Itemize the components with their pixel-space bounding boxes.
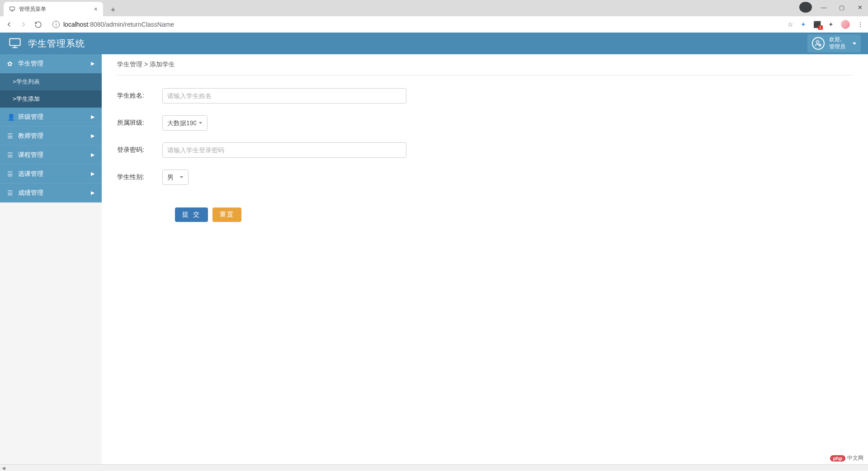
menu-dots-icon[interactable]: ⋮	[857, 21, 863, 28]
form-buttons: 提 交 重置	[175, 207, 853, 222]
window-controls: — ▢ ✕	[799, 2, 866, 13]
chevron-right-icon: ▶	[91, 152, 94, 158]
watermark-text: 中文网	[847, 454, 863, 462]
chevron-right-icon: ▶	[91, 133, 94, 139]
sub-item-label: >学生列表	[13, 78, 40, 86]
sidebar-sub-student-list[interactable]: >学生列表	[0, 73, 102, 90]
list-icon: ☰	[7, 170, 14, 178]
watermark-pill: php	[830, 455, 845, 462]
scroll-left-button[interactable]: ◀	[0, 465, 7, 471]
sidebar-item-elective[interactable]: ☰ 选课管理 ▶	[0, 165, 102, 184]
breadcrumb-current: 添加学生	[150, 61, 175, 68]
url-text: localhost:8080/admin/returnClassName	[63, 21, 174, 28]
monitor-icon	[7, 37, 23, 50]
form-row-name: 学生姓名:	[117, 88, 853, 104]
reset-button[interactable]: 重置	[212, 207, 241, 222]
sub-item-label: >学生添加	[13, 95, 40, 103]
sidebar-item-label: 教师管理	[18, 132, 43, 140]
svg-point-6	[816, 41, 819, 43]
sidebar-sub-student-add[interactable]: >学生添加	[0, 90, 102, 108]
user-panel[interactable]: 欢迎,管理员	[807, 34, 861, 52]
chevron-right-icon: ▶	[91, 114, 94, 120]
leaf-icon: ✿	[7, 60, 14, 67]
password-label: 登录密码:	[117, 146, 162, 154]
form-row-class: 所属班级: 大数据1902	[117, 115, 853, 131]
name-label: 学生姓名:	[117, 92, 162, 100]
extension-with-badge-icon[interactable]: ⬛1	[813, 21, 821, 28]
minimize-button[interactable]: —	[817, 2, 830, 13]
sidebar-item-course[interactable]: ☰ 课程管理 ▶	[0, 146, 102, 165]
browser-tab[interactable]: 管理员菜单 ×	[4, 2, 103, 16]
chevron-right-icon: ▶	[91, 171, 94, 177]
profile-avatar-icon[interactable]	[841, 20, 850, 29]
main-content: 学生管理 > 添加学生 学生姓名: 所属班级: 大数据1902 登录密码: 学生…	[102, 54, 868, 471]
form-row-password: 登录密码:	[117, 142, 853, 158]
horizontal-scrollbar[interactable]: ◀	[0, 464, 868, 471]
class-label: 所属班级:	[117, 119, 162, 127]
forward-button[interactable]	[19, 20, 28, 29]
body-layout: ✿ 学生管理 ▶ >学生列表 >学生添加 👤 班级管理 ▶ ☰ 教师管理 ▶ ☰…	[0, 54, 868, 471]
list-icon: ☰	[7, 132, 14, 140]
list-icon: ☰	[7, 189, 14, 197]
new-tab-button[interactable]: +	[107, 4, 119, 16]
star-icon[interactable]: ☆	[788, 21, 793, 28]
svg-rect-3	[9, 39, 20, 46]
sidebar: ✿ 学生管理 ▶ >学生列表 >学生添加 👤 班级管理 ▶ ☰ 教师管理 ▶ ☰…	[0, 54, 102, 471]
app-title: 学生管理系统	[28, 38, 85, 50]
name-input[interactable]	[162, 88, 406, 104]
extensions-icon[interactable]: ✦	[828, 21, 834, 28]
tab-title: 管理员菜单	[19, 5, 46, 13]
breadcrumb-sep: >	[142, 61, 150, 68]
site-info-icon[interactable]: i	[52, 21, 60, 28]
sidebar-item-label: 班级管理	[18, 113, 43, 121]
sidebar-item-student[interactable]: ✿ 学生管理 ▶	[0, 54, 102, 73]
sidebar-item-label: 选课管理	[18, 170, 43, 178]
class-select[interactable]: 大数据1902	[162, 115, 208, 131]
tab-close-button[interactable]: ×	[94, 5, 98, 13]
submit-button[interactable]: 提 交	[175, 207, 208, 222]
sidebar-item-label: 成绩管理	[18, 189, 43, 197]
gender-select[interactable]: 男	[162, 170, 189, 185]
caret-down-icon	[853, 42, 856, 45]
close-window-button[interactable]: ✕	[854, 2, 866, 13]
monitor-icon	[9, 6, 15, 12]
tab-bar: 管理员菜单 × +	[0, 0, 868, 16]
app-logo: 学生管理系统	[7, 37, 85, 50]
incognito-icon	[799, 2, 812, 13]
gender-label: 学生性别:	[117, 173, 162, 181]
breadcrumb: 学生管理 > 添加学生	[117, 61, 853, 75]
extension-bird-icon[interactable]: ✦	[801, 21, 806, 28]
avatar-icon	[812, 37, 825, 50]
welcome-text: 欢迎,管理员	[829, 36, 845, 50]
chevron-right-icon: ▶	[91, 61, 94, 66]
sidebar-item-score[interactable]: ☰ 成绩管理 ▶	[0, 184, 102, 203]
sidebar-item-class[interactable]: 👤 班级管理 ▶	[0, 108, 102, 127]
reload-button[interactable]	[33, 20, 42, 29]
url-bar[interactable]: i localhost:8080/admin/returnClassName	[48, 18, 778, 31]
password-input[interactable]	[162, 142, 406, 158]
maximize-button[interactable]: ▢	[835, 2, 848, 13]
back-button[interactable]	[5, 20, 14, 29]
toolbar-right: ☆ ✦ ⬛1 ✦ ⋮	[788, 20, 863, 29]
svg-rect-0	[10, 7, 15, 10]
sidebar-item-teacher[interactable]: ☰ 教师管理 ▶	[0, 127, 102, 146]
sidebar-item-label: 课程管理	[18, 151, 43, 159]
watermark: php 中文网	[830, 454, 863, 462]
app-header: 学生管理系统 欢迎,管理员	[0, 33, 868, 54]
browser-chrome: — ▢ ✕ 管理员菜单 × + i localhost:8080/admin/r…	[0, 0, 868, 33]
address-bar: i localhost:8080/admin/returnClassName ☆…	[0, 16, 868, 33]
user-icon: 👤	[7, 113, 14, 121]
breadcrumb-root[interactable]: 学生管理	[117, 61, 142, 68]
form-row-gender: 学生性别: 男	[117, 170, 853, 185]
list-icon: ☰	[7, 151, 14, 159]
sidebar-item-label: 学生管理	[18, 60, 43, 68]
chevron-right-icon: ▶	[91, 190, 94, 196]
